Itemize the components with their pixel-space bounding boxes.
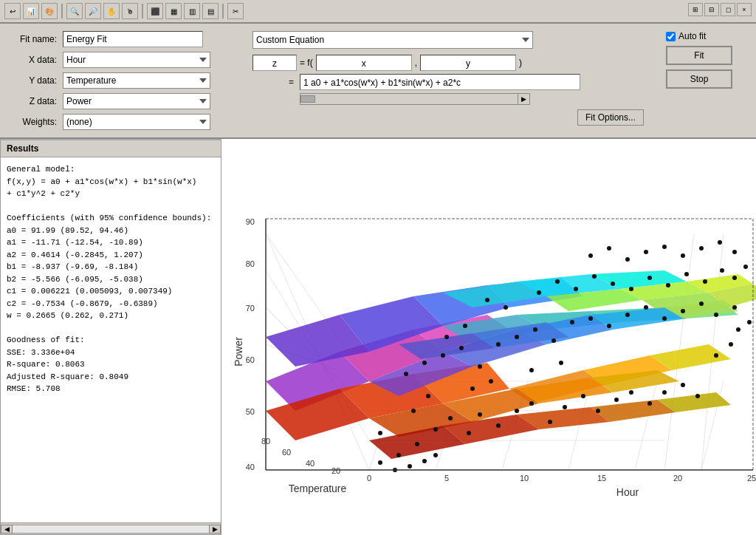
tick-temp-20: 20: [331, 466, 340, 475]
win-maximize-btn[interactable]: ◻: [721, 3, 735, 16]
toolbar-btn-zoomin[interactable]: 🔍: [66, 3, 83, 19]
svg-point-65: [478, 412, 482, 417]
tick-power-70: 70: [246, 304, 255, 313]
fit-options-button[interactable]: Fit Options...: [577, 109, 644, 126]
coef-a2: a2 = 0.4614 (-0.2845, 1.207): [7, 249, 215, 262]
svg-point-115: [662, 245, 667, 249]
y-arg-box[interactable]: y: [420, 55, 516, 71]
close-paren: ): [519, 58, 522, 68]
scroll-right-btn[interactable]: ▶: [518, 94, 529, 104]
x-data-label: X data:: [9, 55, 57, 65]
svg-point-81: [441, 353, 445, 358]
svg-point-96: [714, 313, 718, 317]
svg-point-126: [504, 305, 508, 310]
goodness-title: Goodness of fit:: [7, 334, 215, 347]
svg-point-103: [629, 287, 633, 291]
win-close-btn[interactable]: ×: [737, 3, 752, 16]
temperature-axis-label: Temperature: [289, 483, 347, 494]
y-data-select[interactable]: Temperature: [63, 72, 210, 89]
fit-button[interactable]: Fit: [666, 46, 732, 65]
z-data-select[interactable]: Power: [63, 93, 210, 109]
svg-point-67: [515, 409, 519, 413]
svg-point-101: [592, 274, 597, 279]
svg-point-137: [736, 327, 740, 332]
toolbar: ↩ 📊 🎨 🔍 🔎 ✋ 🖱 ⬛ ▦ ▥ ▤ ✂: [4, 3, 244, 19]
toolbar-btn-color[interactable]: 🎨: [41, 3, 58, 19]
weights-label: Weights:: [9, 117, 57, 127]
formula-box[interactable]: 1 a0 + a1*cos(w*x) + b1*sin(w*x) + a2*c: [300, 74, 580, 90]
svg-point-89: [588, 316, 593, 321]
auto-fit-checkbox[interactable]: [666, 32, 676, 41]
win-columns-btn[interactable]: ⊟: [704, 3, 719, 16]
results-scrollbar[interactable]: ◀ ▶: [1, 522, 221, 534]
tick-power-50: 50: [246, 407, 255, 416]
svg-point-75: [647, 401, 652, 406]
auto-fit-label[interactable]: Auto fit: [678, 31, 706, 41]
tick-hour-25: 25: [747, 474, 756, 483]
toolbar-btn-grid2[interactable]: ▦: [165, 3, 182, 19]
toolbar-btn-grid3[interactable]: ▥: [184, 3, 200, 19]
tick-hour-0: 0: [367, 474, 371, 483]
coef-b1: b1 = -8.937 (-9.69, -8.184): [7, 261, 215, 273]
fit-name-input[interactable]: [63, 31, 203, 47]
svg-point-63: [448, 416, 453, 420]
svg-point-98: [537, 290, 541, 295]
weights-select[interactable]: (none): [63, 114, 210, 130]
svg-point-91: [625, 313, 630, 317]
toolbar-separator3: [222, 4, 224, 18]
stop-button[interactable]: Stop: [666, 69, 732, 89]
svg-point-135: [714, 353, 718, 358]
svg-point-128: [489, 379, 493, 384]
svg-point-114: [644, 250, 648, 254]
svg-point-130: [559, 361, 563, 365]
toolbar-btn-chart[interactable]: 📊: [23, 3, 39, 19]
svg-point-73: [614, 398, 619, 402]
coefficients-title: Coefficients (with 95% confidence bounds…: [7, 212, 215, 225]
toolbar-btn-grid4[interactable]: ▤: [202, 3, 219, 19]
scroll-left-btn[interactable]: ◀: [1, 525, 13, 534]
toolbar-separator2: [142, 4, 143, 18]
svg-point-83: [478, 364, 482, 369]
coef-w: w = 0.2665 (0.262, 0.271): [7, 310, 215, 322]
svg-point-127: [470, 386, 475, 391]
general-model-eq: f(x,y) = a0 + a1*cos(w*x) + b1*sin(w*x): [7, 176, 215, 188]
svg-point-78: [695, 394, 700, 398]
toolbar-btn-back[interactable]: ↩: [4, 3, 21, 19]
toolbar-btn-grid1[interactable]: ⬛: [147, 3, 163, 19]
svg-point-113: [625, 257, 630, 262]
svg-point-124: [433, 453, 438, 457]
toolbar-btn-pan[interactable]: ✋: [103, 3, 120, 19]
3d-chart: Hour Temperature Power 0 5 10 15 20 25 2…: [221, 139, 756, 535]
svg-point-112: [607, 246, 611, 251]
tick-power-40: 40: [246, 463, 255, 471]
equation-type-select[interactable]: Custom Equation: [252, 31, 533, 49]
svg-point-86: [533, 327, 537, 332]
tick-temp-80: 80: [261, 437, 270, 446]
svg-point-129: [529, 368, 534, 372]
formula-scrollbar[interactable]: ▶: [300, 93, 530, 105]
x-data-select[interactable]: Hour: [63, 52, 210, 68]
toolbar-btn-cut[interactable]: ✂: [227, 3, 244, 19]
win-tile-btn[interactable]: ⊞: [688, 3, 703, 16]
svg-point-70: [563, 405, 567, 409]
svg-point-84: [496, 342, 501, 347]
svg-point-102: [611, 282, 615, 286]
svg-point-138: [747, 320, 752, 324]
svg-point-107: [703, 279, 707, 284]
svg-point-125: [485, 298, 489, 302]
toolbar-btn-cursor[interactable]: 🖱: [122, 3, 138, 19]
svg-point-80: [422, 361, 427, 365]
tick-power-60: 60: [246, 355, 255, 364]
svg-point-122: [408, 464, 412, 468]
z-variable-box: z: [252, 55, 297, 71]
tick-hour-5: 5: [444, 474, 449, 483]
auto-fit-row: Auto fit: [666, 31, 706, 41]
x-arg-box[interactable]: x: [316, 55, 412, 71]
scroll-right-btn2[interactable]: ▶: [209, 525, 221, 534]
tick-hour-15: 15: [597, 474, 606, 483]
svg-point-59: [378, 431, 382, 435]
toolbar-btn-zoomout[interactable]: 🔎: [85, 3, 101, 19]
svg-point-94: [681, 309, 685, 313]
power-axis-label: Power: [233, 337, 244, 367]
coef-b2: b2 = -5.566 (-6.095, -5.038): [7, 273, 215, 286]
